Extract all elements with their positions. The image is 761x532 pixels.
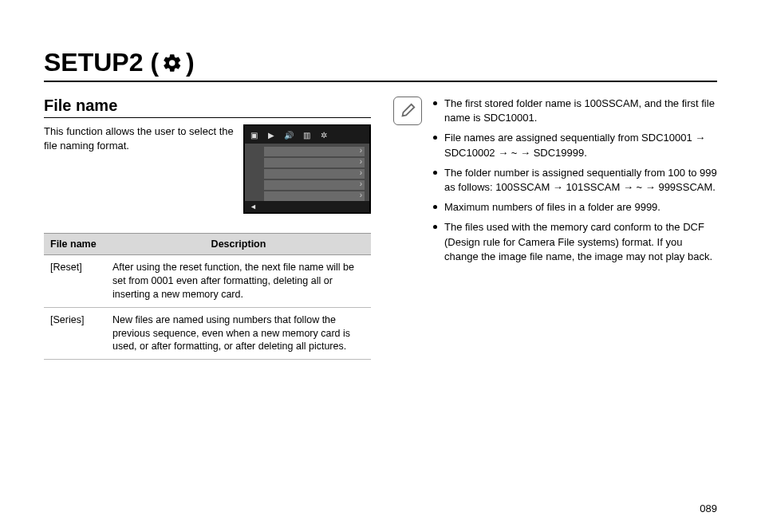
play-icon: ▶ bbox=[266, 130, 277, 140]
camera-icon: ▣ bbox=[248, 130, 259, 140]
table-header-description: Description bbox=[106, 234, 371, 255]
left-column: File name This function allows the user … bbox=[44, 97, 371, 360]
table-cell-desc: After using the reset function, the next… bbox=[106, 255, 371, 308]
table-header-filename: File name bbox=[44, 234, 106, 255]
menu-row bbox=[264, 158, 365, 167]
page-title: SETUP2 ( ) bbox=[44, 48, 717, 82]
screen-tab-bar: ▣ ▶ 🔊 ▥ ✲ bbox=[245, 126, 369, 144]
note-item: The files used with the memory card conf… bbox=[433, 220, 717, 264]
camera-screen-preview: ▣ ▶ 🔊 ▥ ✲ ◄ bbox=[243, 124, 371, 214]
section-heading: File name bbox=[44, 97, 371, 118]
table-cell-desc: New files are named using numbers that f… bbox=[106, 307, 371, 360]
menu-row bbox=[264, 169, 365, 179]
note-item: The folder number is assigned sequential… bbox=[433, 166, 717, 195]
note-item: File names are assigned sequentially fro… bbox=[433, 131, 717, 160]
menu-row bbox=[264, 180, 365, 190]
gear-icon bbox=[162, 53, 183, 73]
table-cell-name: [Series] bbox=[44, 307, 106, 360]
table-cell-name: [Reset] bbox=[44, 255, 106, 308]
menu-row bbox=[264, 147, 365, 156]
table-row: [Reset] After using the reset function, … bbox=[44, 255, 371, 308]
note-item: Maximum numbers of files in a folder are… bbox=[433, 200, 717, 215]
note-icon bbox=[393, 97, 422, 125]
notes-list: The first stored folder name is 100SSCAM… bbox=[433, 97, 717, 270]
screen-menu-rows bbox=[245, 144, 369, 201]
display-icon: ▥ bbox=[301, 130, 312, 140]
intro-text: This function allows the user to select … bbox=[44, 124, 235, 152]
table-row: [Series] New files are named using numbe… bbox=[44, 307, 371, 360]
title-prefix: SETUP2 ( bbox=[44, 48, 159, 77]
screen-footer: ◄ bbox=[245, 201, 369, 212]
sound-icon: 🔊 bbox=[283, 130, 294, 140]
settings-icon: ✲ bbox=[318, 130, 329, 140]
description-table: File name Description [Reset] After usin… bbox=[44, 233, 371, 360]
note-item: The first stored folder name is 100SSCAM… bbox=[433, 97, 717, 125]
menu-row bbox=[264, 191, 365, 201]
right-column: The first stored folder name is 100SSCAM… bbox=[393, 97, 717, 360]
page-number: 089 bbox=[700, 502, 717, 514]
title-suffix: ) bbox=[186, 48, 195, 77]
